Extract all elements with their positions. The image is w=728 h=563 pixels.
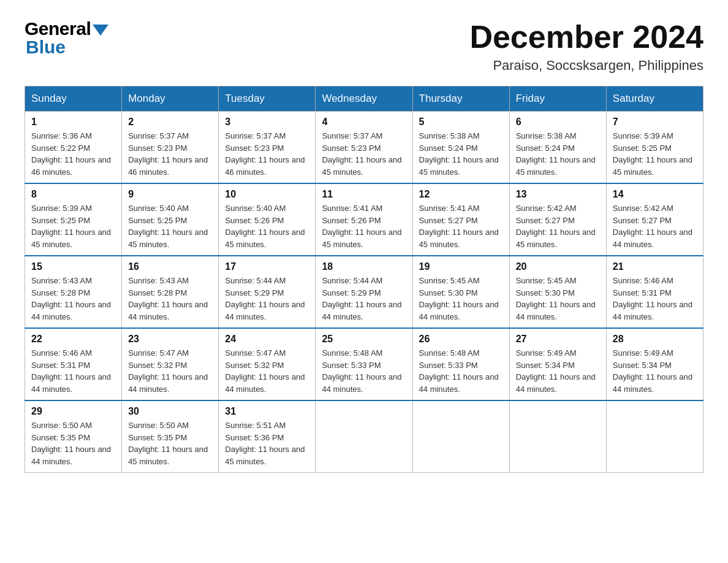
calendar-cell: 22 Sunrise: 5:46 AMSunset: 5:31 PMDaylig… bbox=[25, 328, 122, 400]
day-info: Sunrise: 5:38 AMSunset: 5:24 PMDaylight:… bbox=[419, 130, 503, 178]
day-info: Sunrise: 5:38 AMSunset: 5:24 PMDaylight:… bbox=[516, 130, 600, 178]
calendar-day-header: Sunday bbox=[25, 86, 122, 112]
day-info: Sunrise: 5:46 AMSunset: 5:31 PMDaylight:… bbox=[31, 347, 115, 395]
day-info: Sunrise: 5:49 AMSunset: 5:34 PMDaylight:… bbox=[613, 347, 697, 395]
calendar-cell bbox=[316, 400, 412, 473]
calendar-day-header: Saturday bbox=[606, 86, 703, 112]
calendar-cell: 31 Sunrise: 5:51 AMSunset: 5:36 PMDaylig… bbox=[219, 400, 316, 473]
calendar-cell: 14 Sunrise: 5:42 AMSunset: 5:27 PMDaylig… bbox=[606, 183, 703, 256]
day-info: Sunrise: 5:36 AMSunset: 5:22 PMDaylight:… bbox=[31, 130, 115, 178]
page-header: General Blue December 2024 Paraiso, Socc… bbox=[25, 18, 703, 74]
calendar-cell: 16 Sunrise: 5:43 AMSunset: 5:28 PMDaylig… bbox=[122, 256, 219, 328]
calendar-cell: 10 Sunrise: 5:40 AMSunset: 5:26 PMDaylig… bbox=[219, 183, 316, 256]
day-number: 11 bbox=[322, 189, 406, 200]
calendar-cell: 6 Sunrise: 5:38 AMSunset: 5:24 PMDayligh… bbox=[509, 112, 606, 184]
day-number: 1 bbox=[31, 117, 115, 128]
day-number: 14 bbox=[613, 189, 697, 200]
calendar-cell bbox=[412, 400, 509, 473]
calendar-table: SundayMondayTuesdayWednesdayThursdayFrid… bbox=[25, 86, 703, 473]
calendar-week-row: 1 Sunrise: 5:36 AMSunset: 5:22 PMDayligh… bbox=[25, 112, 703, 184]
calendar-cell: 20 Sunrise: 5:45 AMSunset: 5:30 PMDaylig… bbox=[509, 256, 606, 328]
day-info: Sunrise: 5:37 AMSunset: 5:23 PMDaylight:… bbox=[128, 130, 212, 178]
calendar-cell: 3 Sunrise: 5:37 AMSunset: 5:23 PMDayligh… bbox=[219, 112, 316, 184]
calendar-cell: 25 Sunrise: 5:48 AMSunset: 5:33 PMDaylig… bbox=[316, 328, 412, 400]
day-info: Sunrise: 5:47 AMSunset: 5:32 PMDaylight:… bbox=[128, 347, 212, 395]
day-info: Sunrise: 5:43 AMSunset: 5:28 PMDaylight:… bbox=[31, 275, 115, 323]
calendar-cell: 26 Sunrise: 5:48 AMSunset: 5:33 PMDaylig… bbox=[412, 328, 509, 400]
calendar-day-header: Friday bbox=[509, 86, 606, 112]
day-number: 16 bbox=[128, 261, 212, 272]
day-info: Sunrise: 5:51 AMSunset: 5:36 PMDaylight:… bbox=[225, 419, 309, 467]
day-info: Sunrise: 5:41 AMSunset: 5:27 PMDaylight:… bbox=[419, 202, 503, 250]
day-number: 29 bbox=[31, 406, 115, 417]
day-number: 15 bbox=[31, 261, 115, 272]
day-number: 8 bbox=[31, 189, 115, 200]
day-info: Sunrise: 5:48 AMSunset: 5:33 PMDaylight:… bbox=[322, 347, 406, 395]
day-number: 13 bbox=[516, 189, 600, 200]
day-info: Sunrise: 5:40 AMSunset: 5:26 PMDaylight:… bbox=[225, 202, 309, 250]
day-number: 22 bbox=[31, 334, 115, 345]
calendar-day-header: Tuesday bbox=[219, 86, 316, 112]
day-number: 5 bbox=[419, 117, 503, 128]
calendar-cell: 18 Sunrise: 5:44 AMSunset: 5:29 PMDaylig… bbox=[316, 256, 412, 328]
calendar-cell bbox=[509, 400, 606, 473]
logo-arrow-icon bbox=[93, 25, 108, 36]
day-info: Sunrise: 5:41 AMSunset: 5:26 PMDaylight:… bbox=[322, 202, 406, 250]
day-number: 6 bbox=[516, 117, 600, 128]
day-info: Sunrise: 5:44 AMSunset: 5:29 PMDaylight:… bbox=[225, 275, 309, 323]
calendar-week-row: 29 Sunrise: 5:50 AMSunset: 5:35 PMDaylig… bbox=[25, 400, 703, 473]
day-number: 28 bbox=[613, 334, 697, 345]
day-number: 26 bbox=[419, 334, 503, 345]
day-number: 2 bbox=[128, 117, 212, 128]
day-info: Sunrise: 5:43 AMSunset: 5:28 PMDaylight:… bbox=[128, 275, 212, 323]
day-number: 9 bbox=[128, 189, 212, 200]
calendar-cell: 15 Sunrise: 5:43 AMSunset: 5:28 PMDaylig… bbox=[25, 256, 122, 328]
day-number: 20 bbox=[516, 261, 600, 272]
day-info: Sunrise: 5:46 AMSunset: 5:31 PMDaylight:… bbox=[613, 275, 697, 323]
day-info: Sunrise: 5:37 AMSunset: 5:23 PMDaylight:… bbox=[225, 130, 309, 178]
day-info: Sunrise: 5:42 AMSunset: 5:27 PMDaylight:… bbox=[516, 202, 600, 250]
day-number: 31 bbox=[225, 406, 309, 417]
calendar-cell: 12 Sunrise: 5:41 AMSunset: 5:27 PMDaylig… bbox=[412, 183, 509, 256]
calendar-cell: 19 Sunrise: 5:45 AMSunset: 5:30 PMDaylig… bbox=[412, 256, 509, 328]
calendar-header-row: SundayMondayTuesdayWednesdayThursdayFrid… bbox=[25, 86, 703, 112]
day-info: Sunrise: 5:39 AMSunset: 5:25 PMDaylight:… bbox=[31, 202, 115, 250]
calendar-cell: 21 Sunrise: 5:46 AMSunset: 5:31 PMDaylig… bbox=[606, 256, 703, 328]
calendar-cell: 24 Sunrise: 5:47 AMSunset: 5:32 PMDaylig… bbox=[219, 328, 316, 400]
day-number: 12 bbox=[419, 189, 503, 200]
calendar-day-header: Wednesday bbox=[316, 86, 412, 112]
calendar-week-row: 15 Sunrise: 5:43 AMSunset: 5:28 PMDaylig… bbox=[25, 256, 703, 328]
title-block: December 2024 Paraiso, Soccsksargen, Phi… bbox=[469, 18, 703, 74]
calendar-cell: 11 Sunrise: 5:41 AMSunset: 5:26 PMDaylig… bbox=[316, 183, 412, 256]
calendar-cell: 4 Sunrise: 5:37 AMSunset: 5:23 PMDayligh… bbox=[316, 112, 412, 184]
calendar-cell: 2 Sunrise: 5:37 AMSunset: 5:23 PMDayligh… bbox=[122, 112, 219, 184]
day-info: Sunrise: 5:48 AMSunset: 5:33 PMDaylight:… bbox=[419, 347, 503, 395]
day-number: 19 bbox=[419, 261, 503, 272]
calendar-cell: 27 Sunrise: 5:49 AMSunset: 5:34 PMDaylig… bbox=[509, 328, 606, 400]
page-subtitle: Paraiso, Soccsksargen, Philippines bbox=[469, 58, 703, 74]
day-info: Sunrise: 5:45 AMSunset: 5:30 PMDaylight:… bbox=[419, 275, 503, 323]
day-info: Sunrise: 5:50 AMSunset: 5:35 PMDaylight:… bbox=[31, 419, 115, 467]
day-number: 10 bbox=[225, 189, 309, 200]
day-number: 24 bbox=[225, 334, 309, 345]
calendar-cell: 1 Sunrise: 5:36 AMSunset: 5:22 PMDayligh… bbox=[25, 112, 122, 184]
calendar-cell: 30 Sunrise: 5:50 AMSunset: 5:35 PMDaylig… bbox=[122, 400, 219, 473]
day-number: 18 bbox=[322, 261, 406, 272]
calendar-cell: 9 Sunrise: 5:40 AMSunset: 5:25 PMDayligh… bbox=[122, 183, 219, 256]
calendar-cell: 7 Sunrise: 5:39 AMSunset: 5:25 PMDayligh… bbox=[606, 112, 703, 184]
page-title: December 2024 bbox=[469, 18, 703, 55]
logo-general-text: General bbox=[25, 18, 91, 39]
calendar-cell bbox=[606, 400, 703, 473]
calendar-cell: 5 Sunrise: 5:38 AMSunset: 5:24 PMDayligh… bbox=[412, 112, 509, 184]
day-number: 27 bbox=[516, 334, 600, 345]
calendar-cell: 23 Sunrise: 5:47 AMSunset: 5:32 PMDaylig… bbox=[122, 328, 219, 400]
calendar-week-row: 8 Sunrise: 5:39 AMSunset: 5:25 PMDayligh… bbox=[25, 183, 703, 256]
day-info: Sunrise: 5:39 AMSunset: 5:25 PMDaylight:… bbox=[613, 130, 697, 178]
day-number: 4 bbox=[322, 117, 406, 128]
day-info: Sunrise: 5:47 AMSunset: 5:32 PMDaylight:… bbox=[225, 347, 309, 395]
calendar-cell: 13 Sunrise: 5:42 AMSunset: 5:27 PMDaylig… bbox=[509, 183, 606, 256]
day-number: 25 bbox=[322, 334, 406, 345]
day-info: Sunrise: 5:49 AMSunset: 5:34 PMDaylight:… bbox=[516, 347, 600, 395]
calendar-cell: 29 Sunrise: 5:50 AMSunset: 5:35 PMDaylig… bbox=[25, 400, 122, 473]
day-number: 23 bbox=[128, 334, 212, 345]
